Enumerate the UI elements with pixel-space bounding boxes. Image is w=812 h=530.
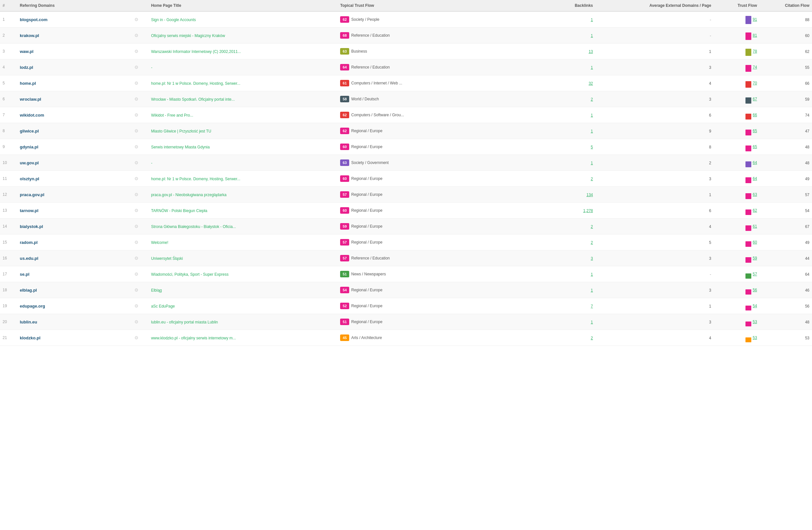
backlinks-link[interactable]: 1: [591, 17, 593, 22]
row-trust-flow[interactable]: 59: [714, 250, 759, 266]
gear-icon[interactable]: ⚙: [134, 96, 139, 102]
backlinks-link[interactable]: 2: [591, 224, 593, 229]
row-backlinks[interactable]: 2: [544, 91, 596, 107]
domain-link[interactable]: elblag.pl: [20, 288, 37, 293]
col-header-avg-ext[interactable]: Average External Domains / Page: [596, 0, 714, 11]
row-page-title[interactable]: Serwis internetowy Miasta Gdynia: [148, 139, 337, 155]
row-page-title[interactable]: Welcome!: [148, 235, 337, 250]
row-backlinks[interactable]: 13: [544, 43, 596, 59]
row-page-title[interactable]: aSc EduPage: [148, 298, 337, 314]
row-gear[interactable]: ⚙: [132, 187, 148, 203]
trust-flow-link[interactable]: 66: [753, 113, 757, 117]
row-trust-flow[interactable]: 67: [714, 91, 759, 107]
row-domain[interactable]: lublin.eu: [17, 314, 132, 330]
page-title-link[interactable]: Serwis internetowy Miasta Gdynia: [151, 145, 210, 149]
row-gear[interactable]: ⚙: [132, 235, 148, 250]
trust-flow-link[interactable]: 57: [753, 272, 757, 276]
domain-link[interactable]: tarnow.pl: [20, 208, 38, 213]
gear-icon[interactable]: ⚙: [134, 255, 139, 261]
domain-link[interactable]: radom.pl: [20, 240, 38, 245]
row-domain[interactable]: elblag.pl: [17, 282, 132, 298]
row-page-title[interactable]: home.pl: Nr 1 w Polsce. Domeny, Hosting,…: [148, 75, 337, 91]
trust-flow-link[interactable]: 53: [753, 335, 757, 340]
row-domain[interactable]: wikidot.com: [17, 107, 132, 123]
page-title-link[interactable]: www.klodzko.pl - oficjalny serwis intern…: [151, 336, 236, 340]
backlinks-link[interactable]: 32: [589, 81, 593, 86]
backlinks-link[interactable]: 2: [591, 336, 593, 340]
row-page-title[interactable]: Wiadomości, Polityka, Sport - Super Expr…: [148, 266, 337, 282]
row-backlinks[interactable]: 134: [544, 187, 596, 203]
page-title-link[interactable]: Oficjalny serwis miejski - Magiczny Krak…: [151, 33, 225, 38]
domain-link[interactable]: home.pl: [20, 81, 36, 86]
domain-link[interactable]: se.pl: [20, 272, 30, 277]
row-page-title[interactable]: TARNÓW - Polski Biegun Ciepła: [148, 203, 337, 219]
gear-icon[interactable]: ⚙: [134, 65, 139, 70]
trust-flow-link[interactable]: 59: [753, 256, 757, 261]
backlinks-link[interactable]: 2: [591, 177, 593, 181]
row-gear[interactable]: ⚙: [132, 171, 148, 187]
row-domain[interactable]: tarnow.pl: [17, 203, 132, 219]
page-title-link[interactable]: Wikidot - Free and Pro...: [151, 113, 193, 117]
gear-icon[interactable]: ⚙: [134, 144, 139, 149]
domain-link[interactable]: edupage.org: [20, 304, 45, 308]
domain-link[interactable]: uw.gov.pl: [20, 161, 39, 165]
row-page-title[interactable]: Miasto Gliwice | Przyszłość jest TU: [148, 123, 337, 139]
col-header-topical-trust-flow[interactable]: Topical Trust Flow: [337, 0, 544, 11]
row-trust-flow[interactable]: 56: [714, 282, 759, 298]
page-title-link[interactable]: lublin.eu - oficjalny portal miasta Lubl…: [151, 320, 218, 324]
gear-icon[interactable]: ⚙: [134, 335, 139, 340]
row-gear[interactable]: ⚙: [132, 59, 148, 75]
row-backlinks[interactable]: 32: [544, 75, 596, 91]
row-gear[interactable]: ⚙: [132, 266, 148, 282]
row-domain[interactable]: waw.pl: [17, 43, 132, 59]
row-gear[interactable]: ⚙: [132, 123, 148, 139]
row-backlinks[interactable]: 1: [544, 11, 596, 28]
row-backlinks[interactable]: 1: [544, 266, 596, 282]
row-page-title[interactable]: -: [148, 155, 337, 171]
backlinks-link[interactable]: 7: [591, 304, 593, 308]
row-domain[interactable]: krakow.pl: [17, 28, 132, 43]
domain-link[interactable]: praca.gov.pl: [20, 192, 44, 197]
domain-link[interactable]: bialystok.pl: [20, 224, 43, 229]
gear-icon[interactable]: ⚙: [134, 208, 139, 213]
backlinks-link[interactable]: 1: [591, 288, 593, 293]
col-header-home-page-title[interactable]: Home Page Title: [148, 0, 337, 11]
backlinks-link[interactable]: 1: [591, 65, 593, 70]
row-trust-flow[interactable]: 65: [714, 123, 759, 139]
domain-link[interactable]: krakow.pl: [20, 33, 39, 38]
row-page-title[interactable]: Wikidot - Free and Pro...: [148, 107, 337, 123]
row-trust-flow[interactable]: 53: [714, 314, 759, 330]
row-domain[interactable]: gliwice.pl: [17, 123, 132, 139]
row-trust-flow[interactable]: 91: [714, 11, 759, 28]
gear-icon[interactable]: ⚙: [134, 17, 139, 22]
page-title-link[interactable]: aSc EduPage: [151, 304, 175, 308]
gear-icon[interactable]: ⚙: [134, 192, 139, 197]
trust-flow-link[interactable]: 78: [753, 49, 757, 54]
row-gear[interactable]: ⚙: [132, 75, 148, 91]
gear-icon[interactable]: ⚙: [134, 319, 139, 324]
page-title-link[interactable]: home.pl: Nr 1 w Polsce. Domeny, Hosting,…: [151, 177, 240, 181]
col-header-trust-flow[interactable]: Trust Flow: [714, 0, 759, 11]
gear-icon[interactable]: ⚙: [134, 112, 139, 117]
backlinks-link[interactable]: 3: [591, 256, 593, 261]
row-trust-flow[interactable]: 65: [714, 139, 759, 155]
row-trust-flow[interactable]: 66: [714, 107, 759, 123]
row-trust-flow[interactable]: 78: [714, 43, 759, 59]
trust-flow-link[interactable]: 74: [753, 65, 757, 70]
trust-flow-link[interactable]: 67: [753, 97, 757, 101]
row-backlinks[interactable]: 1: [544, 59, 596, 75]
page-title-link[interactable]: Elbląg: [151, 288, 162, 293]
col-header-referring-domains[interactable]: Referring Domains: [17, 0, 132, 11]
row-backlinks[interactable]: 1,278: [544, 203, 596, 219]
row-backlinks[interactable]: 1: [544, 28, 596, 43]
row-gear[interactable]: ⚙: [132, 203, 148, 219]
row-page-title[interactable]: www.klodzko.pl - oficjalny serwis intern…: [148, 330, 337, 346]
trust-flow-link[interactable]: 64: [753, 176, 757, 181]
row-trust-flow[interactable]: 54: [714, 298, 759, 314]
row-page-title[interactable]: lublin.eu - oficjalny portal miasta Lubl…: [148, 314, 337, 330]
row-trust-flow[interactable]: 63: [714, 187, 759, 203]
row-gear[interactable]: ⚙: [132, 107, 148, 123]
row-domain[interactable]: wroclaw.pl: [17, 91, 132, 107]
gear-icon[interactable]: ⚙: [134, 303, 139, 308]
row-backlinks[interactable]: 1: [544, 107, 596, 123]
